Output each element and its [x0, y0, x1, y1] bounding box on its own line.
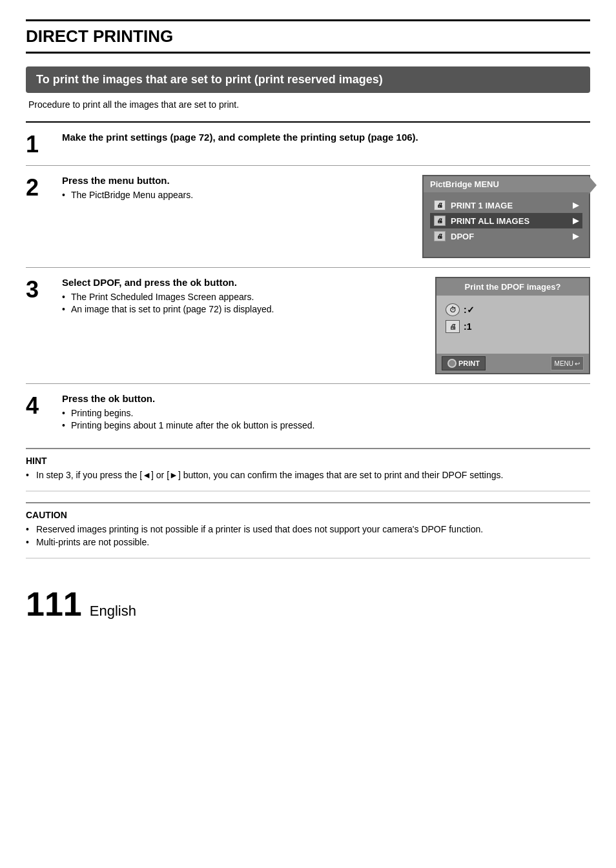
caution-label: CAUTION: [26, 510, 590, 520]
menu-item-dpof: 🖨 DPOF ▶: [430, 228, 582, 244]
page-number: 111: [26, 585, 82, 623]
caution-bullet-2: Multi-prints are not possible.: [26, 537, 590, 547]
hint-section: HINT In step 3, if you press the [◄] or …: [26, 448, 590, 492]
printer-small-icon: 🖨: [446, 320, 460, 333]
step-1-content: Make the print settings (page 72), and c…: [62, 132, 590, 146]
clock-icon: ⏱: [446, 303, 460, 316]
page-footer: 111 English: [26, 585, 590, 623]
intro-text: Procedure to print all the images that a…: [26, 99, 590, 110]
dpof-dialog-title: Print the DPOF images?: [436, 278, 589, 296]
menu-item-print1: 🖨 PRINT 1 IMAGE ▶: [430, 197, 582, 213]
dpof-dialog-footer: PRINT MENU ↩: [436, 354, 589, 373]
step-4-bullet-2: Printing begins about 1 minute after the…: [62, 420, 590, 430]
step-3-number: 3: [26, 278, 52, 301]
steps-area: 1 Make the print settings (page 72), and…: [26, 121, 590, 441]
printall-icon: 🖨: [434, 216, 446, 226]
arrow-icon-1: ▶: [573, 201, 579, 210]
step-3-bullets: The Print Scheduled Images Screen appear…: [62, 292, 422, 314]
menu-button: MENU ↩: [551, 356, 584, 370]
arrow-icon-3: ▶: [573, 232, 579, 241]
step-2-bullets: The PictBridge Menu appears.: [62, 190, 409, 200]
menu-arrow-icon: ↩: [575, 360, 580, 367]
step-1-title: Make the print settings (page 72), and c…: [62, 132, 590, 143]
step-2-number: 2: [26, 176, 52, 199]
section-header: To print the images that are set to prin…: [26, 66, 590, 93]
step-3-title: Select DPOF, and press the ok button.: [62, 277, 422, 288]
step-1: 1 Make the print settings (page 72), and…: [26, 123, 590, 166]
print-icon: 🖨: [434, 200, 446, 210]
step-4-number: 4: [26, 394, 52, 418]
hint-bullets: In step 3, if you press the [◄] or [►] b…: [26, 470, 590, 480]
caution-bullet-1: Reserved images printing is not possible…: [26, 524, 590, 534]
dpof-dialog-image: Print the DPOF images? ⏱ :✓ 🖨 :1: [435, 277, 590, 374]
step-1-number: 1: [26, 133, 52, 156]
step-2-title: Press the menu button.: [62, 175, 409, 186]
pictbridge-menu-body: 🖨 PRINT 1 IMAGE ▶ 🖨 PRINT ALL IMAGES ▶ 🖨…: [424, 192, 589, 257]
step-4-content: Press the ok button. Printing begins. Pr…: [62, 393, 590, 432]
dpof-value-printer: :1: [464, 321, 471, 332]
page-language: English: [90, 603, 136, 620]
step-3: 3 Select DPOF, and press the ok button. …: [26, 268, 590, 384]
caution-bullets: Reserved images printing is not possible…: [26, 524, 590, 547]
menu-btn-label: MENU: [555, 360, 573, 367]
dpof-row-clock: ⏱ :✓: [446, 303, 580, 316]
step-2-bullet-1: The PictBridge Menu appears.: [62, 190, 409, 200]
hint-label: HINT: [26, 456, 590, 466]
ok-print-button: PRINT: [442, 356, 486, 370]
dpof-icon: 🖨: [434, 231, 446, 241]
pictbridge-menu-image: PictBridge MENU 🖨 PRINT 1 IMAGE ▶ 🖨 PRIN…: [422, 175, 590, 258]
step-3-bullet-1: The Print Scheduled Images Screen appear…: [62, 292, 422, 302]
step-4-bullets: Printing begins. Printing begins about 1…: [62, 408, 590, 430]
step-2-content: Press the menu button. The PictBridge Me…: [62, 175, 590, 258]
step-4-bullet-1: Printing begins.: [62, 408, 590, 418]
dpof-value-clock: :✓: [464, 305, 475, 315]
step-4-title: Press the ok button.: [62, 393, 590, 404]
arrow-icon-2: ▶: [573, 216, 579, 225]
step-3-bullet-2: An image that is set to print (page 72) …: [62, 304, 422, 314]
hint-bullet-1: In step 3, if you press the [◄] or [►] b…: [26, 470, 590, 480]
dpof-dialog-body: ⏱ :✓ 🖨 :1: [436, 296, 589, 354]
print-btn-label: PRINT: [458, 359, 480, 367]
step-3-content: Select DPOF, and press the ok button. Th…: [62, 277, 590, 374]
ok-circle-icon: [447, 359, 457, 368]
caution-section: CAUTION Reserved images printing is not …: [26, 502, 590, 559]
step-2: 2 Press the menu button. The PictBridge …: [26, 166, 590, 268]
page-title: DIRECT PRINTING: [26, 19, 590, 54]
dpof-row-printer: 🖨 :1: [446, 320, 580, 333]
pictbridge-menu-title: PictBridge MENU: [424, 176, 589, 192]
menu-item-printall: 🖨 PRINT ALL IMAGES ▶: [430, 213, 582, 228]
step-4: 4 Press the ok button. Printing begins. …: [26, 384, 590, 441]
